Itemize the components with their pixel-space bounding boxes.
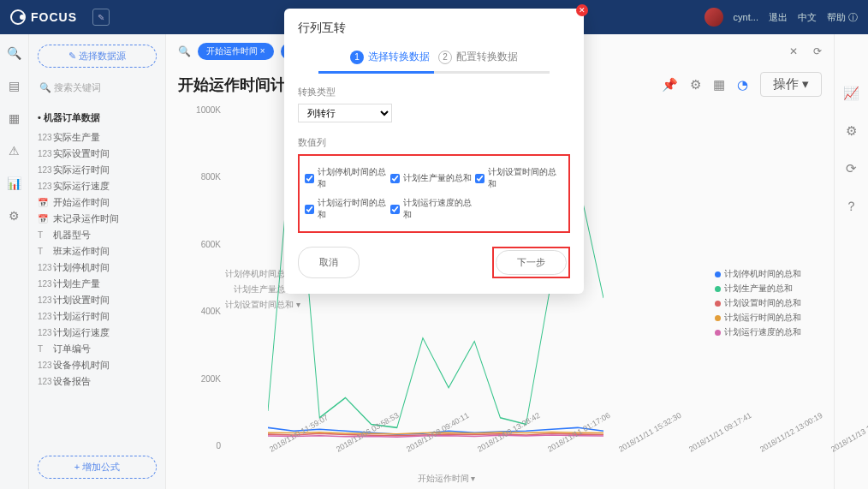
column-checkbox[interactable]: 计划生产量的总和	[390, 163, 476, 194]
next-highlight-box: 下一步	[492, 247, 570, 278]
progress-bar	[318, 71, 550, 74]
column-checkbox[interactable]: 计划设置时间的总和	[475, 163, 561, 194]
column-checkbox[interactable]: 计划停机时间的总和	[305, 163, 390, 194]
step-2: 2配置转换数据	[438, 50, 518, 64]
next-button[interactable]: 下一步	[496, 250, 567, 275]
step-1: 1选择转换数据	[350, 50, 430, 64]
cols-label: 数值列	[298, 136, 570, 149]
column-checkbox[interactable]: 计划运行速度的总和	[390, 194, 476, 224]
modal-overlay: ✕ 行列互转 1选择转换数据 2配置转换数据 转换类型 列转行 数值列 计划停机…	[0, 0, 868, 489]
modal: ✕ 行列互转 1选择转换数据 2配置转换数据 转换类型 列转行 数值列 计划停机…	[284, 9, 584, 294]
close-icon[interactable]: ✕	[576, 4, 588, 16]
type-label: 转换类型	[298, 86, 570, 98]
step-indicator: 1选择转换数据 2配置转换数据	[284, 45, 584, 71]
columns-highlight-box: 计划停机时间的总和计划生产量的总和计划设置时间的总和计划运行时间的总和计划运行速…	[298, 154, 570, 233]
cancel-button[interactable]: 取消	[298, 247, 360, 278]
column-checkbox[interactable]: 计划运行时间的总和	[305, 194, 390, 224]
type-select[interactable]: 列转行	[298, 104, 392, 122]
modal-title: 行列互转	[284, 9, 584, 45]
